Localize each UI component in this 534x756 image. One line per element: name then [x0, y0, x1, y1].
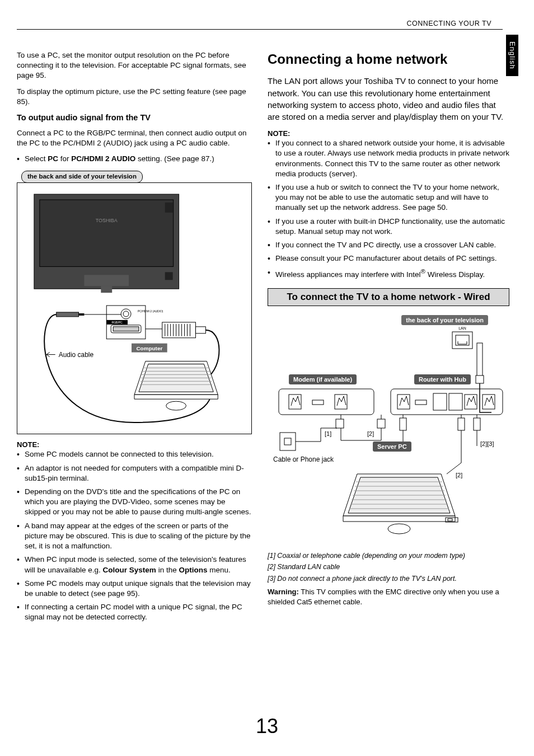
- text: Wireless appliances may interfere with I…: [275, 270, 421, 278]
- computer-label: Computer: [136, 345, 162, 351]
- text: in the: [156, 566, 179, 574]
- note-item: If connecting a certain PC model with a …: [17, 602, 252, 622]
- note-label-right: NOTE:: [268, 129, 509, 139]
- note-item: When PC input mode is selected, some of …: [17, 555, 252, 575]
- svg-rect-26: [195, 327, 205, 334]
- ref2b: [2]: [456, 472, 462, 478]
- footnote-2: [2] Standard LAN cable: [268, 562, 509, 572]
- text: menu.: [207, 566, 230, 574]
- connect-pc-text: Connect a PC to the RGB/PC terminal, the…: [17, 128, 252, 148]
- svg-rect-39: [279, 389, 374, 415]
- note-item: If you connect to a shared network outsi…: [268, 138, 509, 179]
- header-rule: [17, 29, 503, 30]
- note-label-left: NOTE:: [17, 440, 252, 450]
- router-label: Router with Hub: [414, 374, 471, 385]
- text: setting. (See page 87.): [135, 154, 214, 163]
- footnote-3: [3] Do not connect a phone jack directly…: [268, 574, 509, 584]
- note-item: A band may appear at the edges of the sc…: [17, 521, 252, 552]
- select-pc-bullet: Select PC for PC/HDMI 2 AUDIO setting. (…: [17, 154, 252, 164]
- svg-rect-38: [476, 375, 484, 383]
- svg-rect-53: [458, 418, 465, 430]
- output-audio-heading: To output audio signal from the TV: [17, 112, 252, 124]
- svg-rect-2: [84, 275, 129, 286]
- page-number: 13: [0, 713, 534, 740]
- pc-resolution-text: To use a PC, set the monitor output reso…: [17, 50, 252, 81]
- note-item: If you use a router with built-in DHCP f…: [268, 217, 509, 237]
- svg-rect-13: [79, 313, 85, 316]
- svg-rect-10: [113, 327, 139, 331]
- warning-text: Warning: This TV complies with the EMC d…: [268, 587, 509, 607]
- note-item: If you use a hub or switch to connect th…: [268, 182, 509, 213]
- modem-label: Modem (if available): [289, 374, 357, 385]
- svg-rect-54: [474, 418, 480, 430]
- svg-point-28: [166, 401, 186, 410]
- svg-rect-52: [400, 418, 406, 430]
- note-item: Please consult your PC manufacturer abou…: [268, 253, 509, 264]
- registered-mark: ®: [421, 268, 425, 275]
- pc-setting-text: To display the optimum picture, use the …: [17, 87, 252, 107]
- network-intro: The LAN port allows your Toshiba TV to c…: [268, 75, 509, 123]
- warning-label: Warning:: [268, 588, 299, 596]
- svg-rect-5: [165, 272, 173, 280]
- svg-point-57: [388, 524, 410, 534]
- text-bold: Options: [179, 566, 207, 574]
- ref23: [2][3]: [480, 440, 494, 447]
- svg-rect-35: [452, 332, 472, 349]
- left-column: To use a PC, set the monitor output reso…: [17, 50, 252, 626]
- svg-rect-46: [433, 393, 447, 410]
- text: for: [58, 154, 71, 163]
- text-bold: PC: [48, 154, 58, 163]
- right-column: Connecting a home network The LAN port a…: [268, 50, 509, 626]
- text: This TV complies with the EMC directive …: [268, 588, 499, 606]
- note-item: Wireless appliances may interfere with I…: [268, 267, 509, 280]
- rgb-label: RGB/PC: [112, 321, 123, 324]
- note-item: Some PC models cannot be connected to th…: [17, 449, 252, 459]
- svg-rect-1: [40, 200, 174, 266]
- svg-rect-3: [101, 286, 112, 293]
- text: Select: [25, 154, 48, 163]
- figure2-caption: the back of your television: [401, 315, 488, 326]
- svg-rect-41: [312, 400, 324, 405]
- ref1: [1]: [325, 430, 331, 437]
- toshiba-label: TOSHIBA: [96, 218, 118, 223]
- cable-jack-label: Cable or Phone jack: [273, 456, 334, 463]
- svg-rect-50: [336, 419, 344, 428]
- note-item: Some PC models may output unique signals…: [17, 579, 252, 599]
- footnote-1: [1] Coaxial or telephone cable (dependin…: [268, 551, 509, 561]
- audio-cable-label: Audio cable: [59, 350, 94, 358]
- page-header: CONNECTING YOUR TV: [406, 19, 491, 29]
- server-pc-label: Server PC: [373, 442, 411, 452]
- figure2-diagram: the back of your television LAN: [268, 312, 509, 547]
- svg-rect-45: [415, 400, 427, 405]
- text-bold: PC/HDMI 2 AUDIO: [71, 154, 135, 163]
- svg-rect-47: [449, 393, 462, 410]
- svg-rect-55: [280, 433, 296, 450]
- note-item: Depending on the DVD's title and the spe…: [17, 487, 252, 518]
- lan-label: LAN: [458, 326, 466, 330]
- svg-point-8: [123, 311, 129, 317]
- port-label: PC/HDMI 2 (AUDIO): [138, 310, 163, 313]
- wired-section-heading: To connect the TV to a home network - Wi…: [268, 288, 509, 306]
- note-item: If you connect the TV and PC directly, u…: [268, 240, 509, 250]
- svg-rect-51: [377, 419, 385, 428]
- connecting-network-title: Connecting a home network: [268, 50, 509, 68]
- ref2a: [2]: [367, 430, 374, 437]
- text-bold: Colour System: [103, 566, 156, 574]
- figure1-caption: the back and side of your television: [21, 171, 143, 183]
- svg-rect-37: [477, 343, 483, 377]
- svg-rect-4: [165, 203, 173, 213]
- svg-rect-12: [57, 312, 79, 317]
- text: Wireless Display.: [425, 270, 485, 278]
- svg-point-7: [121, 309, 131, 319]
- note-item: An adaptor is not needed for computers w…: [17, 463, 252, 483]
- figure1-diagram: TOSHIBA PC/HDMI 2 (AUDIO) RGB/PC: [17, 182, 252, 434]
